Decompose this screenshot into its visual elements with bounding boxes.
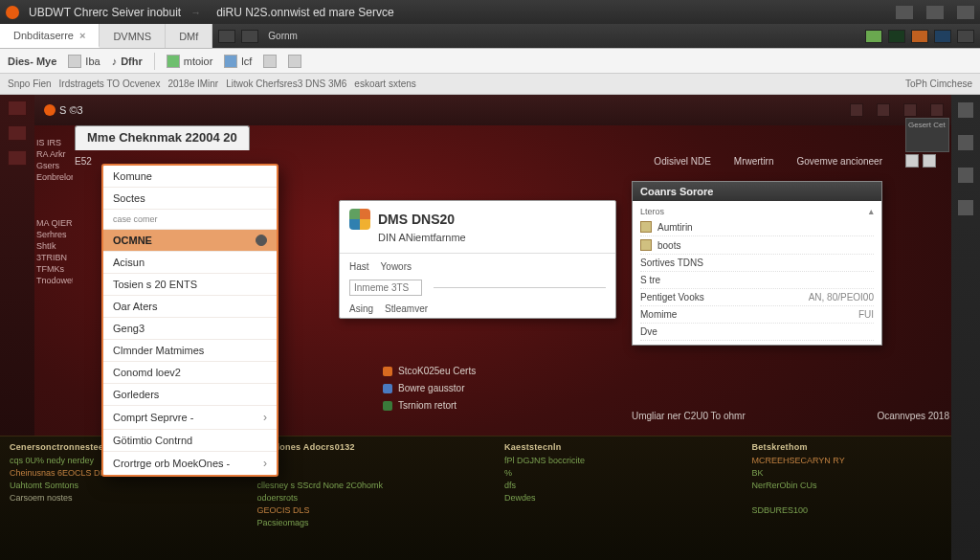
prop-row[interactable]: Dve: [640, 324, 874, 341]
status-orange-icon[interactable]: [911, 30, 928, 43]
right-minipanel[interactable]: Gesert Cet: [905, 118, 949, 152]
max-icon[interactable]: [930, 103, 944, 117]
tab-label: Dnbditaserre: [13, 30, 74, 41]
tab-1[interactable]: Dnbditaserre ×: [0, 24, 100, 48]
menu-item[interactable]: Acisun: [103, 252, 277, 274]
bars-icon: [263, 55, 277, 68]
status-blue-icon[interactable]: [934, 30, 951, 43]
inner-statusbar: Umgliar ner C2U0 To ohmr Ocannvpes 2018: [632, 411, 949, 421]
crumb[interactable]: Snpo Fien: [8, 78, 52, 89]
app-icon: [6, 6, 19, 19]
badge-icon: [44, 104, 56, 116]
inner-badge: S ©3: [44, 104, 83, 116]
menu-item[interactable]: Soctes: [103, 188, 277, 210]
cursor-icon[interactable]: [877, 103, 890, 117]
maximize-button[interactable]: [926, 6, 944, 19]
crumb[interactable]: eskoart sxtens: [354, 78, 415, 89]
left-outline: IS IRSRA ArkrGsers Eonbrelor MA QIERCISS…: [36, 137, 73, 286]
menu-item[interactable]: Tosien s 20 ENTS: [103, 274, 277, 296]
tool-icon[interactable]: [958, 135, 973, 150]
tool-f[interactable]: [263, 55, 277, 68]
menu-item[interactable]: case comer: [103, 210, 277, 230]
tool-g[interactable]: [288, 55, 301, 68]
status-item[interactable]: Bowre gausstor: [383, 380, 476, 397]
menu-item[interactable]: Govemve ancioneer: [797, 156, 883, 167]
menu-item-submenu[interactable]: Comprt Seprvre -: [103, 406, 277, 430]
status-green-icon[interactable]: [865, 30, 882, 43]
folder-icon: [640, 221, 652, 233]
status-grey-icon[interactable]: [957, 30, 974, 43]
menu-item[interactable]: Götimtio Contrnd: [103, 430, 277, 452]
tool-icon[interactable]: [958, 200, 973, 215]
crumb[interactable]: Litwok Cherfsres3 DNS 3M6: [226, 78, 346, 89]
field-label: Yowors: [381, 261, 412, 272]
minimize-button[interactable]: [896, 6, 913, 19]
collapse-icon[interactable]: ▴: [869, 207, 874, 216]
menu-item[interactable]: Oar Aters: [103, 296, 277, 318]
menu-item[interactable]: Odisivel NDE: [654, 156, 710, 167]
document-tabbar: Dnbditaserre × DVMNS DMf Gornm: [0, 24, 980, 49]
right-label: Gornm: [268, 31, 298, 41]
menu-item[interactable]: Gorleders: [103, 384, 277, 406]
terminal-col: Betskrethom MCREEHSECARYN RY BK NerRerOb…: [752, 442, 971, 529]
menu-item[interactable]: Clmnder Matmimes: [103, 340, 277, 362]
bullet-icon: [383, 384, 392, 393]
window-title-1: UBDWT Chrerc Seiver inobuit: [29, 6, 181, 19]
prop-row[interactable]: S tre: [640, 272, 874, 289]
terminal-col: Kaeststecnln fPl DGJNS boccricite % dfs …: [504, 442, 724, 529]
tab-2[interactable]: DVMNS: [100, 24, 166, 48]
menu-item[interactable]: Mrwertirn: [734, 156, 774, 167]
menu-item-selected[interactable]: OCMNE: [103, 230, 277, 252]
close-button[interactable]: [957, 6, 974, 19]
prop-row[interactable]: Sortives TDNS: [640, 255, 874, 272]
menu-item[interactable]: E52: [75, 156, 92, 167]
swatch-icon[interactable]: [241, 30, 258, 43]
prop-row[interactable]: MomimeFUI: [640, 306, 874, 324]
pencil-icon[interactable]: [850, 103, 863, 117]
prop-row[interactable]: Pentiget VooksAN, 80/PEOI00: [640, 289, 874, 306]
tool-icon[interactable]: [8, 101, 27, 116]
crumb[interactable]: ToPh Cimchese: [905, 78, 972, 89]
tool-c[interactable]: ♪Dfhr: [112, 56, 143, 67]
status-item[interactable]: Tsrniom retort: [383, 397, 476, 414]
tab-3[interactable]: DMf: [166, 24, 212, 48]
field-label: Asing: [349, 303, 373, 314]
monitor-icon: [167, 55, 180, 68]
menu-item-submenu[interactable]: Crortrge orb MoekOnes -: [103, 452, 277, 475]
dialog-title: DMS DNS20: [378, 212, 455, 227]
min-icon[interactable]: [903, 103, 917, 117]
window-titlebar: UBDWT Chrerc Seiver inobuit → diRU N2S.o…: [0, 0, 980, 24]
panel-toggle-icon[interactable]: [923, 154, 936, 168]
tool-b[interactable]: Iba: [68, 55, 100, 68]
panel-toggle-icon[interactable]: [905, 154, 919, 168]
inner-titlebar: S ©3: [34, 95, 980, 125]
tabbar-right: Gornm: [212, 24, 980, 48]
tool-e[interactable]: lcf: [224, 55, 252, 68]
workarea: IS IRSRA ArkrGsers Eonbrelor MA QIERCISS…: [0, 95, 980, 560]
crumb[interactable]: 2018e IMinr: [167, 78, 218, 89]
panel-title: Coanrs Sorore: [633, 182, 881, 201]
tool-icon[interactable]: [8, 150, 27, 166]
menu-item[interactable]: Conomd loev2: [103, 362, 277, 384]
tool-d[interactable]: mtoior: [167, 55, 213, 68]
host-input[interactable]: [349, 280, 422, 296]
prop-row[interactable]: Aumtirin: [640, 218, 874, 236]
main-toolbar: Dies- Mye Iba ♪Dfhr mtoior lcf: [0, 49, 980, 74]
grid-icon: [288, 55, 301, 68]
status-item[interactable]: StcoK025eu Certs: [383, 363, 476, 380]
menu-item[interactable]: Geng3: [103, 318, 277, 340]
dialog-subtitle: DIN ANiemtfarnme: [340, 232, 615, 249]
tool-icon[interactable]: [958, 102, 973, 118]
tool-icon[interactable]: [958, 168, 973, 183]
menu-item[interactable]: Komune: [103, 166, 277, 188]
tool-icon[interactable]: [8, 125, 27, 141]
close-icon[interactable]: ×: [79, 30, 85, 41]
status-dark-icon[interactable]: [888, 30, 905, 43]
swatch-icon[interactable]: [218, 30, 235, 43]
crumb[interactable]: Irdstragets TO Ocvenex: [59, 78, 161, 89]
prop-row[interactable]: boots: [640, 236, 874, 255]
title-sep: →: [190, 7, 201, 18]
bullet-icon: [383, 367, 392, 376]
tool-a[interactable]: Dies- Mye: [8, 56, 56, 67]
inner-tab-title[interactable]: Mme Cheknmak 22004 20: [75, 125, 250, 150]
